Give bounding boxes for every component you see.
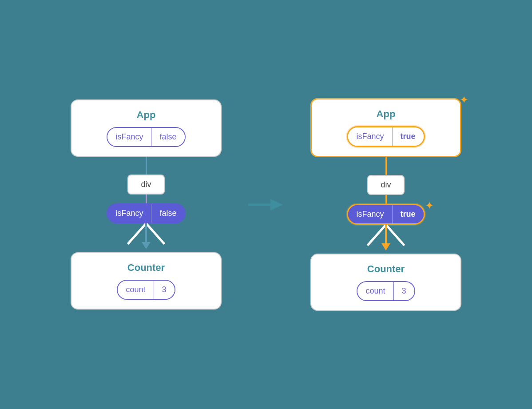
right-isfancy-wrapper: isFancy true ✦: [347, 204, 425, 225]
left-count-pill: count 3: [117, 280, 175, 300]
left-count-key: count: [118, 281, 153, 299]
svg-marker-3: [142, 242, 151, 249]
svg-marker-5: [270, 199, 283, 210]
left-counter-box: Counter count 3: [71, 252, 222, 310]
sparkle-pill-right: ✦: [425, 199, 434, 212]
right-count-pill: count 3: [357, 281, 415, 301]
right-app-wrapper: App isFancy true ✦: [310, 98, 461, 157]
svg-line-0: [128, 223, 146, 243]
left-tree: App isFancy false div isFancy false: [71, 99, 222, 310]
right-isfancy-pill: isFancy true: [347, 204, 425, 225]
left-count-value: 3: [154, 281, 175, 299]
left-div-box: div: [127, 175, 164, 195]
left-isfancy-wrapper: isFancy false: [107, 203, 185, 223]
right-app-box: App isFancy true: [310, 98, 461, 157]
right-isfancy-key: isFancy: [348, 205, 392, 223]
left-isfancy-key: isFancy: [107, 204, 151, 222]
left-conn-seg-1: [146, 195, 147, 203]
right-counter-box: Counter count 3: [310, 254, 461, 311]
right-count-value: 3: [394, 282, 414, 300]
right-conn-1: [385, 157, 387, 175]
left-conn-1: [146, 157, 147, 175]
right-tree: App isFancy true ✦ div isFancy true: [310, 98, 461, 311]
left-diverge-svg: [111, 223, 182, 252]
svg-marker-9: [381, 243, 390, 250]
right-app-title: App: [377, 108, 396, 120]
svg-line-1: [146, 223, 164, 243]
right-conn-2: [385, 195, 387, 204]
left-conn-2: [146, 195, 147, 203]
right-counter-title: Counter: [367, 263, 405, 275]
left-app-box: App isFancy false: [71, 99, 222, 157]
left-app-pill: isFancy false: [107, 127, 185, 147]
svg-line-6: [368, 225, 386, 245]
left-app-wrapper: App isFancy false: [71, 99, 222, 157]
right-app-pill-value: true: [393, 127, 424, 146]
main-arrow-svg: [248, 194, 284, 216]
right-app-pill-key: isFancy: [348, 127, 392, 146]
right-diverge-svg: [350, 225, 421, 254]
left-app-pill-key: isFancy: [107, 128, 151, 146]
main-arrow: [248, 194, 284, 216]
left-app-pill-value: false: [151, 128, 184, 146]
right-app-pill: isFancy true: [347, 126, 425, 147]
left-app-title: App: [137, 109, 156, 121]
left-isfancy-pill: isFancy false: [107, 203, 185, 223]
left-counter-title: Counter: [127, 262, 165, 274]
left-diverge: [71, 223, 222, 252]
right-div-box: div: [367, 175, 404, 195]
right-diverge: [310, 225, 461, 254]
svg-line-7: [386, 225, 404, 245]
right-conn-seg-1: [385, 195, 387, 204]
sparkle-top-right: ✦: [460, 94, 468, 106]
left-isfancy-value: false: [151, 204, 184, 222]
right-isfancy-value: true: [393, 205, 424, 223]
right-count-key: count: [357, 282, 393, 300]
